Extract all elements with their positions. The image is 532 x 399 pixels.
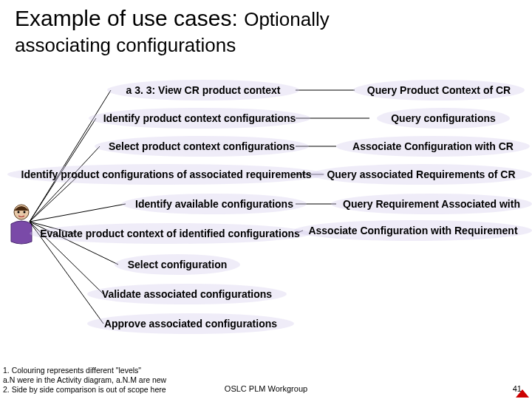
corner-marker-icon [516,389,529,398]
svg-point-2 [24,211,26,214]
usecase-bubble-right: Query associated Requirements of CR [310,164,532,185]
svg-line-5 [30,146,100,222]
bubble-label: Evaluate product context of identified c… [40,228,300,239]
slide: Example of use cases: Optionally associa… [0,0,532,399]
bubble-label: Select configuration [128,259,228,270]
title-main: Example of use cases: [15,6,238,30]
usecase-bubble: Select product context configurations [95,136,309,157]
title-sub1: Optionally [244,8,330,30]
bubble-label: Validate associated configurations [102,288,272,300]
actor-icon [4,203,39,245]
bubble-label: Associate Configuration with CR [352,140,514,152]
usecase-bubble: Select configuration [115,254,240,275]
bubble-label: Query Product Context of CR [367,84,511,96]
footnote-line: 2. Side by side comparison is out of sco… [3,385,166,395]
usecase-bubble: Validate associated configurations [87,284,287,304]
svg-point-1 [18,211,20,214]
slide-title: Example of use cases: Optionally associa… [15,6,330,57]
footnotes: 1. Colouring represents different "level… [3,366,166,395]
bubble-label: Query associated Requirements of CR [327,168,515,180]
usecase-bubble-right: Associate Configuration with Requirement [294,220,532,241]
title-sub2: associating configurations [15,34,236,56]
usecase-bubble: a 3. 3: View CR product context [107,80,299,100]
usecase-bubble: Identify product context configurations [89,108,310,129]
usecase-bubble: Identify available configurations [122,194,307,214]
usecase-bubble: Identify product configurations of assoc… [7,164,325,185]
bubble-label: Associate Configuration with Requirement [308,225,517,236]
usecase-bubble-right: Query Product Context of CR [353,80,525,100]
svg-line-3 [30,90,111,222]
bubble-label: Query Requirement Associated with [343,198,520,210]
bubble-label: Identify product context configurations [103,112,296,124]
usecase-bubble-right: Query configurations [377,108,510,129]
usecase-bubble: Evaluate product context of identified c… [30,223,310,244]
bubble-label: Approve associated configurations [104,318,277,330]
footnote-line: 1. Colouring represents different "level… [3,366,166,375]
bubble-label: Identify product configurations of assoc… [21,168,312,180]
bubble-label: Select product context configurations [109,140,295,152]
usecase-bubble: Approve associated configurations [87,313,294,334]
footnote-line: a.N were in the Activity diagram, a.N.M … [3,375,166,385]
usecase-bubble-right: Query Requirement Associated with [331,194,532,214]
bubble-label: Identify available configurations [135,198,293,210]
bubble-label: Query configurations [391,112,496,124]
footer-center: OSLC PLM Workgroup [225,384,307,393]
usecase-bubble-right: Associate Configuration with CR [336,136,530,157]
bubble-label: a 3. 3: View CR product context [126,84,280,96]
svg-line-7 [30,204,126,222]
